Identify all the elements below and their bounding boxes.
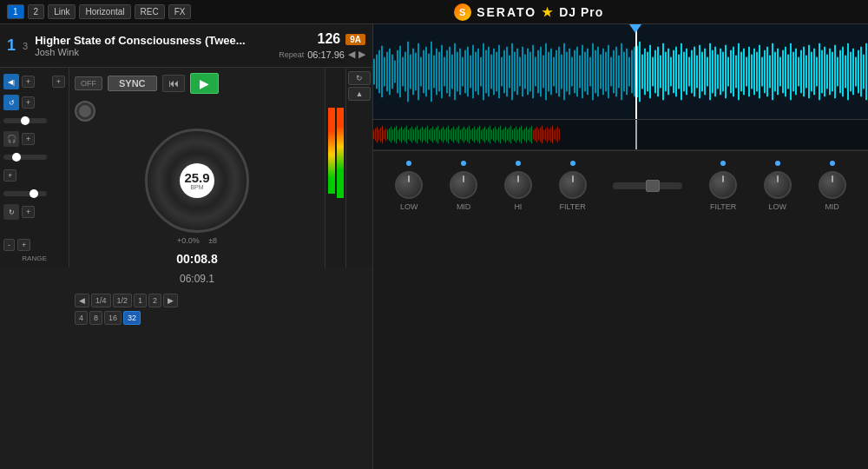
svg-rect-221: [425, 128, 426, 142]
arrow-right-icon[interactable]: ▶: [358, 49, 365, 60]
svg-rect-17: [418, 43, 419, 100]
svg-rect-234: [448, 126, 449, 143]
svg-rect-155: [777, 49, 779, 96]
loop-8[interactable]: 8: [89, 311, 102, 325]
loop-4[interactable]: 4: [75, 311, 88, 325]
eq-minus-1[interactable]: +: [52, 76, 65, 88]
deck2-btn[interactable]: 2: [28, 4, 45, 19]
bpm-label-display: BPM: [190, 184, 203, 190]
svg-rect-58: [524, 55, 526, 89]
eq-plus-2[interactable]: +: [22, 96, 35, 109]
svg-rect-271: [512, 130, 513, 140]
crossfader-track[interactable]: [613, 182, 682, 189]
knob-hi-left[interactable]: [504, 171, 532, 199]
svg-rect-89: [605, 52, 607, 92]
svg-rect-111: [662, 43, 664, 100]
loop-1[interactable]: 1: [134, 294, 147, 307]
range-label: RANGE: [3, 254, 65, 262]
svg-rect-139: [735, 56, 737, 89]
deck1-btn[interactable]: 1: [7, 4, 24, 19]
pitch-range: ±8: [208, 236, 217, 245]
svg-rect-104: [644, 49, 646, 96]
svg-rect-238: [455, 129, 456, 141]
svg-rect-74: [566, 52, 568, 92]
range-minus[interactable]: -: [3, 239, 15, 251]
svg-rect-60: [529, 52, 531, 92]
fx-btn[interactable]: FX: [168, 4, 192, 19]
knob-mid-right[interactable]: [819, 171, 846, 199]
loop-32[interactable]: 32: [123, 311, 141, 325]
eq-plus-5[interactable]: +: [22, 206, 35, 218]
pitch-slider-track[interactable]: [3, 118, 47, 123]
svg-rect-229: [439, 130, 440, 140]
svg-rect-56: [519, 57, 521, 87]
svg-rect-261: [495, 127, 496, 142]
eq-plus-4[interactable]: +: [3, 169, 16, 182]
link-btn[interactable]: Link: [48, 4, 76, 19]
knob-low-left[interactable]: [395, 171, 423, 199]
eq-row-2: ↺ +: [3, 94, 65, 111]
deck-info: 1 3 Higher State of Consciousness (Twee.…: [0, 24, 372, 68]
knob-label-filter-right: FILTER: [710, 202, 736, 211]
off-button[interactable]: OFF: [75, 76, 102, 90]
knob-mid-left[interactable]: [450, 171, 477, 199]
loop-knob[interactable]: [75, 101, 95, 122]
svg-rect-44: [488, 47, 490, 96]
loop-prev[interactable]: ◀: [75, 294, 89, 307]
svg-rect-170: [816, 57, 818, 87]
svg-rect-297: [557, 127, 558, 142]
crossfader-thumb[interactable]: [646, 180, 660, 192]
overview-waveform: [373, 120, 868, 150]
eq-slider-3-track[interactable]: [3, 191, 47, 196]
svg-rect-175: [829, 49, 831, 96]
rec-btn[interactable]: REC: [135, 4, 165, 19]
svg-rect-105: [647, 52, 648, 92]
eq-plus-1[interactable]: +: [22, 76, 35, 88]
loop-panel-right: ↻ ▲: [346, 68, 372, 268]
svg-rect-31: [454, 43, 456, 100]
svg-rect-69: [553, 57, 555, 87]
play-button[interactable]: ▶: [190, 73, 219, 94]
svg-rect-4: [384, 57, 385, 87]
knob-group-mid-right: MID: [819, 161, 846, 211]
sync-button[interactable]: SYNC: [108, 76, 157, 91]
svg-rect-47: [496, 52, 497, 92]
knob-filter-left[interactable]: [559, 171, 587, 199]
svg-rect-38: [472, 45, 474, 98]
svg-rect-248: [472, 129, 473, 142]
knob-dot-filter-right: [720, 161, 726, 166]
loop-next[interactable]: ▶: [163, 294, 178, 307]
eq-row-4: +: [3, 167, 65, 184]
svg-rect-237: [453, 127, 454, 142]
loop-btn-1[interactable]: ↻: [348, 71, 371, 85]
loop-1-4[interactable]: 1/4: [91, 294, 111, 307]
eq-plus-3[interactable]: +: [22, 133, 35, 145]
eq-slider-2-track[interactable]: [3, 155, 47, 160]
svg-rect-19: [423, 50, 424, 94]
svg-rect-213: [411, 127, 412, 142]
time-position: 00:08.8: [75, 252, 319, 266]
svg-rect-187: [860, 47, 862, 96]
loop-16[interactable]: 16: [104, 311, 122, 325]
horizontal-btn[interactable]: Horizontal: [79, 4, 130, 19]
knob-group-mid-left: MID: [450, 161, 477, 211]
knob-filter-right[interactable]: [709, 171, 737, 199]
loop-btn-2[interactable]: ▲: [348, 87, 371, 101]
loop-2[interactable]: 2: [148, 294, 161, 307]
svg-rect-63: [537, 50, 539, 94]
range-plus[interactable]: +: [17, 239, 30, 251]
svg-rect-203: [394, 128, 395, 142]
svg-rect-107: [652, 57, 654, 87]
knob-dot-hi-left: [516, 161, 521, 166]
serato-logo: S serato ★ DJ Pro: [454, 3, 603, 21]
skip-back-button[interactable]: ⏮: [162, 75, 185, 92]
loop-1-2[interactable]: 1/2: [113, 294, 133, 307]
svg-rect-98: [628, 57, 630, 87]
turntable[interactable]: 25.9 BPM: [145, 129, 249, 233]
arrow-left-icon[interactable]: ◀: [348, 49, 355, 60]
svg-rect-53: [511, 43, 513, 100]
svg-rect-129: [709, 43, 711, 100]
svg-rect-146: [753, 49, 755, 96]
svg-rect-10: [399, 46, 401, 97]
knob-low-right[interactable]: [764, 171, 792, 199]
